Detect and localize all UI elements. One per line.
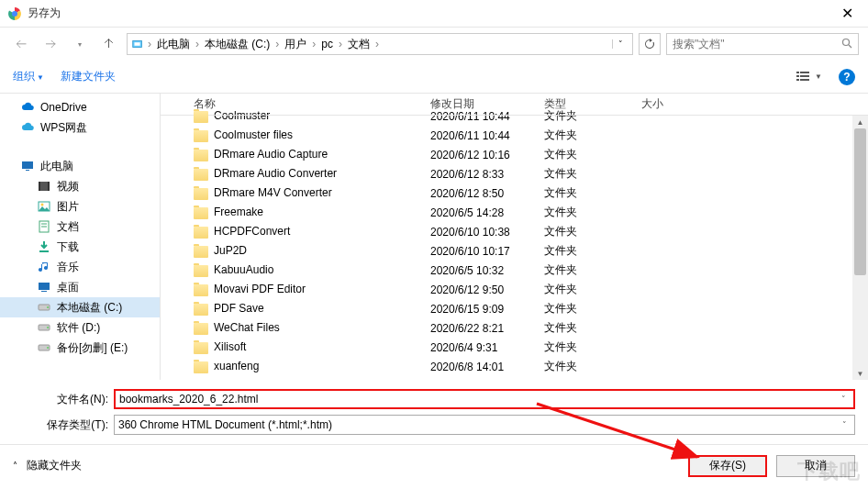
hide-folders-link[interactable]: 隐藏文件夹 <box>27 458 82 473</box>
file-type: 文件夹 <box>537 166 634 182</box>
col-date[interactable]: 修改日期 <box>423 96 537 112</box>
svg-rect-15 <box>39 182 40 191</box>
sidebar-item-label: 备份[勿删] (E:) <box>57 340 128 356</box>
disk-icon <box>37 300 51 315</box>
table-row[interactable]: PDF Save 2020/6/15 9:09 文件夹 <box>161 299 868 318</box>
window-title: 另存为 <box>28 6 834 21</box>
sidebar-item[interactable]: 音乐 <box>0 257 160 277</box>
svg-rect-13 <box>26 170 29 171</box>
sidebar-item[interactable]: 桌面 <box>0 277 160 297</box>
sidebar-item[interactable]: 本地磁盘 (C:) <box>0 297 160 317</box>
file-list[interactable]: Coolmuster 2020/6/11 10:44 文件夹 Coolmuste… <box>161 106 868 380</box>
file-name: WeChat Files <box>214 321 280 334</box>
folder-icon <box>194 188 208 200</box>
breadcrumb-segment[interactable]: 用户 <box>281 38 310 50</box>
chevron-right-icon[interactable]: › <box>194 38 201 50</box>
breadcrumb[interactable]: › 此电脑›本地磁盘 (C:)›用户›pc›文档› ˅ <box>127 33 633 55</box>
file-date: 2020/6/15 9:09 <box>423 303 537 316</box>
folder-icon <box>194 246 208 258</box>
col-name[interactable]: 名称 <box>186 96 423 112</box>
chevron-right-icon[interactable]: › <box>337 38 344 50</box>
sidebar-item-label: 图片 <box>57 199 79 215</box>
table-row[interactable]: DRmare Audio Converter 2020/6/12 8:33 文件… <box>161 164 868 183</box>
download-icon <box>37 239 51 254</box>
table-row[interactable]: Coolmuster files 2020/6/11 10:44 文件夹 <box>161 126 868 145</box>
filename-input[interactable] <box>119 393 838 406</box>
organize-menu[interactable]: 组织▼ <box>13 69 44 84</box>
breadcrumb-segment[interactable]: 此电脑 <box>153 38 194 50</box>
table-row[interactable]: HCPDFConvert 2020/6/10 10:38 文件夹 <box>161 222 868 241</box>
file-date: 2020/6/8 14:01 <box>423 361 537 373</box>
folder-icon <box>194 227 208 239</box>
refresh-button[interactable] <box>639 33 661 55</box>
new-folder-button[interactable]: 新建文件夹 <box>61 69 116 84</box>
breadcrumb-segment[interactable]: 文档 <box>344 38 373 50</box>
breadcrumb-dropdown[interactable]: ˅ <box>612 39 629 49</box>
chevron-right-icon[interactable]: › <box>373 38 381 50</box>
save-button[interactable]: 保存(S) <box>688 455 767 477</box>
table-row[interactable]: JuP2D 2020/6/10 10:17 文件夹 <box>161 241 868 261</box>
file-type: 文件夹 <box>537 128 634 143</box>
filetype-dropdown-icon[interactable]: ˅ <box>839 420 851 429</box>
sidebar-item-label: 本地磁盘 (C:) <box>57 300 122 316</box>
scroll-down-icon[interactable]: ▼ <box>852 367 868 380</box>
filename-dropdown-icon[interactable]: ˅ <box>838 395 850 404</box>
cancel-button[interactable]: 取消 <box>776 455 855 477</box>
folder-icon <box>131 38 144 50</box>
up-button[interactable]: 🡡 <box>97 32 121 56</box>
sidebar-item[interactable]: 下载 <box>0 237 160 257</box>
col-size[interactable]: 大小 <box>634 96 744 112</box>
scrollbar[interactable]: ▲ ▼ <box>852 116 868 380</box>
search-box[interactable] <box>666 33 859 55</box>
table-row[interactable]: Movavi PDF Editor 2020/6/12 9:50 文件夹 <box>161 280 868 299</box>
folder-icon <box>194 169 208 181</box>
svg-point-18 <box>41 204 44 206</box>
svg-point-30 <box>47 347 49 349</box>
breadcrumb-segment[interactable]: 本地磁盘 (C:) <box>201 38 273 50</box>
file-name: Movavi PDF Editor <box>214 283 306 295</box>
table-row[interactable]: WeChat Files 2020/6/22 8:21 文件夹 <box>161 318 868 338</box>
svg-rect-22 <box>39 250 49 252</box>
desktop-icon <box>37 280 51 295</box>
filename-field[interactable]: ˅ <box>114 389 855 409</box>
sidebar-item[interactable]: 备份[勿删] (E:) <box>0 338 160 358</box>
sidebar-item[interactable]: 文档 <box>0 217 160 237</box>
file-date: 2020/6/12 10:16 <box>423 149 537 161</box>
table-row[interactable]: KabuuAudio 2020/6/5 10:32 文件夹 <box>161 261 868 280</box>
table-row[interactable]: DRmare M4V Converter 2020/6/12 8:50 文件夹 <box>161 183 868 203</box>
filename-label: 文件名(N): <box>13 392 114 407</box>
cloud-icon <box>20 120 35 135</box>
recent-dropdown[interactable]: ▾ <box>68 32 92 56</box>
table-row[interactable]: Freemake 2020/6/5 14:28 文件夹 <box>161 203 868 222</box>
sidebar-item[interactable]: 软件 (D:) <box>0 317 160 338</box>
app-icon <box>7 6 22 21</box>
search-input[interactable] <box>673 38 841 50</box>
col-type[interactable]: 类型 <box>537 96 634 112</box>
help-icon[interactable]: ? <box>839 69 855 85</box>
folder-icon <box>194 284 208 296</box>
sidebar-item[interactable]: 视频 <box>0 176 160 196</box>
table-row[interactable]: xuanfeng 2020/6/8 14:01 文件夹 <box>161 357 868 376</box>
view-mode-button[interactable]: ▼ <box>796 71 822 83</box>
sidebar-item[interactable]: 此电脑 <box>0 156 160 176</box>
file-name: Coolmuster files <box>214 128 293 141</box>
scroll-thumb[interactable] <box>854 128 866 275</box>
file-date: 2020/6/4 9:31 <box>423 341 537 354</box>
close-icon[interactable]: ✕ <box>834 1 861 26</box>
table-row[interactable]: DRmare Audio Capture 2020/6/12 10:16 文件夹 <box>161 145 868 164</box>
bottom-form: 文件名(N): ˅ 保存类型(T): 360 Chrome HTML Docum… <box>0 380 868 435</box>
sidebar-item-label: 文档 <box>57 219 79 235</box>
scroll-up-icon[interactable]: ▲ <box>852 116 868 128</box>
sidebar-item[interactable]: 图片 <box>0 196 160 217</box>
sidebar-item[interactable]: OneDrive <box>0 97 160 117</box>
search-icon[interactable] <box>841 38 852 51</box>
breadcrumb-segment[interactable]: pc <box>317 38 337 50</box>
folder-icon <box>194 130 208 142</box>
back-button[interactable]: 🡠 <box>9 32 33 56</box>
chevron-right-icon[interactable]: › <box>146 38 153 50</box>
sidebar-item[interactable]: WPS网盘 <box>0 117 160 138</box>
filetype-field[interactable]: 360 Chrome HTML Document (*.html;*.htm) … <box>114 415 855 435</box>
expand-icon[interactable]: ˄ <box>13 461 17 471</box>
table-row[interactable]: Xilisoft 2020/6/4 9:31 文件夹 <box>161 338 868 357</box>
file-date: 2020/6/10 10:17 <box>423 245 537 258</box>
